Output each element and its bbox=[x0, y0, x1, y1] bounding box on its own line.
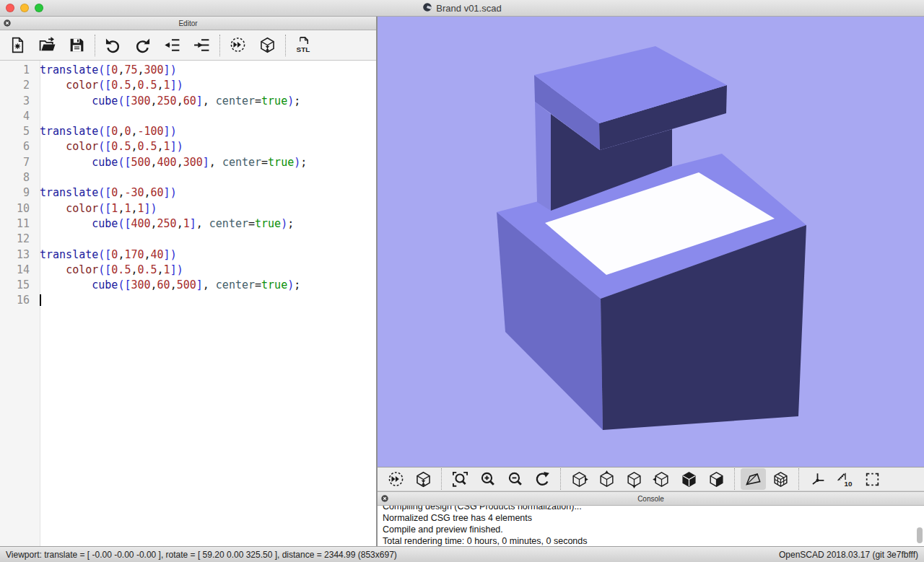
code-line: 11 cube([400,250,1], center=true); bbox=[0, 216, 376, 232]
line-number: 12 bbox=[0, 232, 40, 247]
editor-panel-title: Editor bbox=[0, 19, 376, 27]
model-face-wall-left bbox=[535, 102, 551, 211]
open-file-button[interactable] bbox=[36, 33, 59, 58]
code-line: 16 bbox=[0, 293, 376, 308]
show-axes-icon bbox=[808, 470, 827, 488]
render-button[interactable] bbox=[256, 33, 279, 58]
line-number: 10 bbox=[0, 201, 40, 216]
code-line: 3 cube([300,250,60], center=true); bbox=[0, 94, 376, 109]
code-editor[interactable]: 1translate([0,75,300])2 color([0.5,0.5,1… bbox=[0, 61, 376, 546]
console-log[interactable]: Compiling design (CSG Products normaliza… bbox=[378, 506, 924, 546]
view-right-button[interactable] bbox=[567, 468, 592, 490]
toolbar-separator bbox=[441, 468, 442, 490]
view-back-button[interactable] bbox=[704, 468, 729, 490]
console-line: Normalized CSG tree has 4 elements bbox=[383, 512, 924, 524]
minimize-window-button[interactable] bbox=[20, 4, 29, 12]
console-lines: Compiling design (CSG Products normaliza… bbox=[378, 506, 924, 546]
view-bottom-button[interactable] bbox=[622, 468, 647, 490]
undo-icon bbox=[104, 36, 122, 54]
console-panel-header: Console bbox=[378, 492, 924, 506]
code-text: cube([300,250,60], center=true); bbox=[40, 94, 300, 109]
version-status-text: OpenSCAD 2018.03.17 (git 3e7fbfff) bbox=[779, 550, 918, 560]
openscad-logo-icon bbox=[422, 2, 432, 12]
zoom-in-icon bbox=[479, 470, 497, 488]
view-front-button[interactable] bbox=[676, 468, 702, 490]
window-title: Brand v01.scad bbox=[0, 0, 924, 16]
export-stl-button[interactable]: STL bbox=[292, 33, 315, 58]
zoom-window-button[interactable] bbox=[35, 4, 43, 12]
3d-viewport[interactable] bbox=[378, 17, 924, 467]
zoom-in-button[interactable] bbox=[475, 468, 500, 490]
toolbar-separator bbox=[95, 35, 95, 56]
console-scrollbar[interactable] bbox=[915, 506, 923, 546]
show-axes-button[interactable] bbox=[805, 468, 830, 490]
text-cursor bbox=[40, 294, 41, 306]
editor-panel-header: Editor bbox=[0, 17, 376, 30]
line-number: 2 bbox=[0, 78, 40, 93]
line-number: 11 bbox=[0, 216, 40, 232]
redo-button[interactable] bbox=[131, 33, 154, 58]
openscad-logo-icon bbox=[422, 2, 432, 14]
show-crosshairs-icon bbox=[863, 470, 881, 488]
open-file-icon bbox=[38, 36, 56, 54]
line-number: 8 bbox=[0, 170, 40, 185]
perspective-icon bbox=[744, 470, 762, 488]
console-panel: Console Compiling design (CSG Products n… bbox=[378, 491, 924, 546]
show-crosshairs-button[interactable] bbox=[860, 468, 885, 490]
console-close-button[interactable] bbox=[380, 494, 389, 504]
console-line: Total rendering time: 0 hours, 0 minutes… bbox=[383, 535, 924, 546]
line-number: 3 bbox=[0, 94, 40, 109]
indent-button[interactable] bbox=[191, 33, 214, 58]
line-number: 13 bbox=[0, 247, 40, 263]
undo-button[interactable] bbox=[102, 33, 125, 58]
perspective-button[interactable] bbox=[741, 468, 766, 490]
save-button[interactable] bbox=[66, 33, 89, 58]
editor-close-button[interactable] bbox=[2, 19, 12, 28]
code-text: translate([0,-30,60]) bbox=[40, 185, 177, 201]
reset-view-icon bbox=[533, 470, 552, 488]
console-panel-title: Console bbox=[378, 495, 924, 503]
reset-view-button[interactable] bbox=[530, 468, 555, 490]
save-icon bbox=[68, 36, 86, 54]
export-stl-icon: STL bbox=[295, 36, 313, 54]
show-scale-markers-button[interactable]: 10 bbox=[832, 468, 858, 490]
line-number: 4 bbox=[0, 109, 40, 124]
code-line: 6 color([0.5,0.5,1]) bbox=[0, 139, 376, 154]
code-line: 9translate([0,-30,60]) bbox=[0, 185, 376, 201]
console-scrollbar-thumb[interactable] bbox=[917, 527, 923, 543]
view-top-icon bbox=[598, 470, 616, 488]
redo-icon bbox=[134, 36, 152, 54]
new-file-button[interactable] bbox=[6, 33, 30, 58]
code-line: 8 bbox=[0, 170, 376, 185]
svg-text:10: 10 bbox=[844, 480, 852, 488]
code-text: translate([0,170,40]) bbox=[40, 247, 177, 263]
console-line: Compile and preview finished. bbox=[383, 524, 924, 535]
view-back-icon bbox=[707, 470, 725, 488]
zoom-all-button[interactable] bbox=[448, 468, 473, 490]
code-text: color([0.5,0.5,1]) bbox=[40, 263, 183, 278]
main-area: Editor STL 1translate([0,75,300])2 color… bbox=[0, 17, 924, 546]
view-top-button[interactable] bbox=[594, 468, 619, 490]
code-line: 5translate([0,0,-100]) bbox=[0, 124, 376, 139]
new-file-icon bbox=[9, 36, 27, 54]
panel-close-icon bbox=[3, 19, 12, 27]
viewport-panel: 10 Console Compiling design (CSG Product… bbox=[378, 17, 924, 546]
code-line: 14 color([0.5,0.5,1]) bbox=[0, 263, 376, 278]
line-number: 15 bbox=[0, 278, 40, 293]
orthogonal-button[interactable] bbox=[768, 468, 793, 490]
view-bottom-icon bbox=[625, 470, 643, 488]
render-button[interactable] bbox=[411, 468, 436, 490]
preview-button[interactable] bbox=[227, 33, 250, 58]
code-text: translate([0,0,-100]) bbox=[40, 124, 177, 139]
unindent-icon bbox=[163, 36, 181, 54]
close-window-button[interactable] bbox=[6, 4, 14, 12]
view-left-button[interactable] bbox=[649, 468, 674, 490]
viewport-toolbar: 10 bbox=[378, 467, 924, 491]
editor-toolbar: STL bbox=[0, 30, 376, 61]
zoom-out-button[interactable] bbox=[502, 468, 528, 490]
svg-text:STL: STL bbox=[297, 45, 310, 53]
view-left-icon bbox=[653, 470, 671, 488]
openscad-window: Brand v01.scad Editor STL 1translate([0,… bbox=[0, 0, 924, 562]
unindent-button[interactable] bbox=[161, 33, 184, 58]
preview-button[interactable] bbox=[383, 468, 409, 490]
